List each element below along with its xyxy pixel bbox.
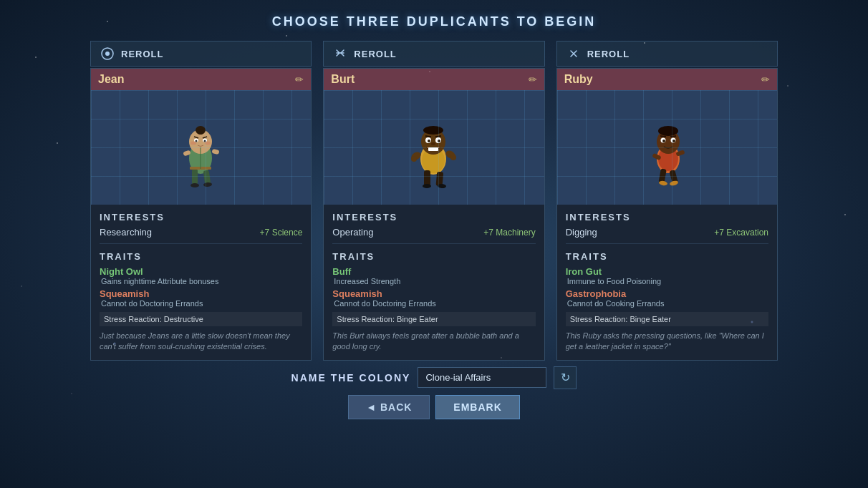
- svg-point-19: [205, 142, 211, 145]
- svg-rect-49: [675, 150, 685, 157]
- page-title: CHOOSE THREE DUPLICANTS TO BEGIN: [272, 14, 597, 29]
- traits-title-jean: TRAITS: [100, 251, 302, 262]
- edit-icon-jean[interactable]: ✏: [295, 74, 304, 85]
- card-body-ruby: INTERESTS Digging +7 Excavation TRAITS I…: [557, 205, 777, 360]
- svg-rect-3: [192, 169, 198, 185]
- reroll-label-burt: REROLL: [354, 49, 396, 59]
- svg-point-1: [105, 52, 110, 56]
- bottom-section: NAME THE COLONY ↻ ◄ BACK EMBARK: [291, 366, 577, 419]
- traits-title-burt: TRAITS: [332, 251, 535, 262]
- card-jean: Jean ✏: [90, 68, 312, 361]
- trait2-desc-ruby: Cannot do Cooking Errands: [566, 299, 768, 308]
- svg-rect-8: [212, 149, 220, 155]
- nav-row: ◄ BACK EMBARK: [348, 395, 520, 419]
- svg-point-46: [658, 180, 667, 186]
- card-header-jean: Jean ✏: [91, 69, 311, 90]
- character-area-burt: [324, 90, 544, 205]
- divider-jean-1: [100, 243, 302, 244]
- trait1-desc-burt: Increased Strength: [332, 277, 535, 286]
- svg-point-34: [425, 137, 431, 143]
- colony-name-input[interactable]: [418, 367, 546, 388]
- ruby-sprite: [637, 104, 698, 190]
- card-name-ruby: Ruby: [564, 73, 593, 86]
- card-body-jean: INTERESTS Researching +7 Science TRAITS …: [91, 205, 311, 360]
- interest-name-burt: Operating: [332, 227, 373, 238]
- reroll-button-burt[interactable]: REROLL: [323, 41, 544, 67]
- interests-title-ruby: INTERESTS: [566, 212, 768, 223]
- svg-point-35: [435, 137, 441, 143]
- svg-point-33: [423, 126, 443, 135]
- flavor-text-ruby: This Ruby asks the pressing questions, l…: [566, 331, 768, 353]
- svg-rect-20: [190, 167, 211, 170]
- card-header-burt: Burt ✏: [324, 69, 544, 90]
- interest-row-burt: Operating +7 Machinery: [332, 227, 535, 238]
- svg-point-31: [450, 155, 456, 160]
- svg-point-55: [672, 140, 675, 142]
- svg-rect-24: [424, 170, 430, 186]
- stress-reaction-ruby: Stress Reaction: Binge Eater: [566, 312, 768, 326]
- interests-title-jean: INTERESTS: [100, 212, 302, 223]
- trait1-name-jean: Night Owl: [100, 266, 302, 277]
- trait1-name-ruby: Iron Gut: [566, 266, 768, 277]
- interest-name-jean: Researching: [100, 227, 152, 238]
- embark-button[interactable]: EMBARK: [435, 395, 519, 419]
- reroll-label-ruby: REROLL: [587, 49, 630, 59]
- svg-point-2: [189, 142, 212, 174]
- svg-rect-4: [203, 170, 211, 185]
- traits-title-ruby: TRAITS: [566, 251, 768, 262]
- svg-point-43: [658, 147, 678, 171]
- interest-bonus-jean: +7 Science: [260, 228, 303, 238]
- svg-point-26: [423, 184, 431, 188]
- svg-rect-38: [428, 147, 438, 151]
- cards-container: REROLL Jean ✏: [90, 41, 778, 361]
- interest-row-ruby: Digging +7 Excavation: [566, 227, 768, 238]
- interests-title-burt: INTERESTS: [332, 212, 535, 223]
- edit-icon-ruby[interactable]: ✏: [761, 74, 770, 85]
- svg-point-53: [670, 138, 675, 143]
- reroll-button-jean[interactable]: REROLL: [90, 41, 312, 67]
- jean-sprite: [170, 104, 231, 190]
- svg-point-22: [420, 143, 446, 175]
- svg-point-28: [410, 150, 423, 162]
- interest-row-jean: Researching +7 Science: [100, 227, 302, 238]
- svg-line-16: [194, 137, 198, 138]
- card-body-burt: INTERESTS Operating +7 Machinery TRAITS …: [324, 205, 544, 360]
- svg-line-39: [425, 136, 431, 137]
- reroll-icon-ruby: [566, 46, 582, 62]
- interest-bonus-ruby: +7 Excavation: [714, 228, 768, 238]
- svg-point-47: [669, 180, 678, 187]
- svg-point-32: [421, 129, 445, 155]
- edit-icon-burt[interactable]: ✏: [529, 74, 537, 85]
- character-area-ruby: [557, 90, 777, 205]
- card-header-ruby: Ruby ✏: [557, 69, 777, 90]
- trait2-desc-jean: Cannot do Doctoring Errands: [100, 299, 302, 308]
- back-button[interactable]: ◄ BACK: [348, 395, 430, 419]
- trait1-desc-ruby: Immune to Food Poisoning: [566, 277, 768, 286]
- svg-point-54: [662, 140, 665, 142]
- refresh-icon: ↻: [561, 371, 570, 384]
- svg-point-13: [203, 139, 207, 142]
- card-burt: Burt ✏: [323, 68, 544, 361]
- svg-point-14: [196, 140, 198, 142]
- svg-point-42: [657, 145, 680, 173]
- svg-point-50: [657, 130, 680, 154]
- refresh-colony-button[interactable]: ↻: [554, 366, 577, 389]
- trait1-name-burt: Buff: [332, 266, 535, 277]
- trait2-name-burt: Squeamish: [332, 288, 535, 299]
- svg-point-27: [438, 183, 446, 188]
- svg-point-10: [196, 126, 206, 135]
- svg-line-17: [203, 137, 207, 138]
- card-name-burt: Burt: [331, 73, 355, 86]
- flavor-text-burt: This Burt always feels great after a bub…: [332, 331, 535, 353]
- reroll-button-ruby[interactable]: REROLL: [556, 41, 778, 67]
- trait2-desc-burt: Cannot do Doctoring Errands: [332, 299, 535, 308]
- reroll-label-jean: REROLL: [121, 49, 163, 59]
- svg-point-29: [445, 149, 457, 160]
- svg-point-5: [191, 183, 199, 187]
- svg-rect-44: [658, 168, 666, 183]
- svg-point-30: [411, 156, 417, 162]
- character-area-jean: [91, 90, 311, 205]
- stress-reaction-jean: Stress Reaction: Destructive: [100, 312, 302, 326]
- divider-ruby-1: [566, 243, 768, 244]
- trait1-desc-jean: Gains nighttime Attribute bonuses: [100, 277, 302, 286]
